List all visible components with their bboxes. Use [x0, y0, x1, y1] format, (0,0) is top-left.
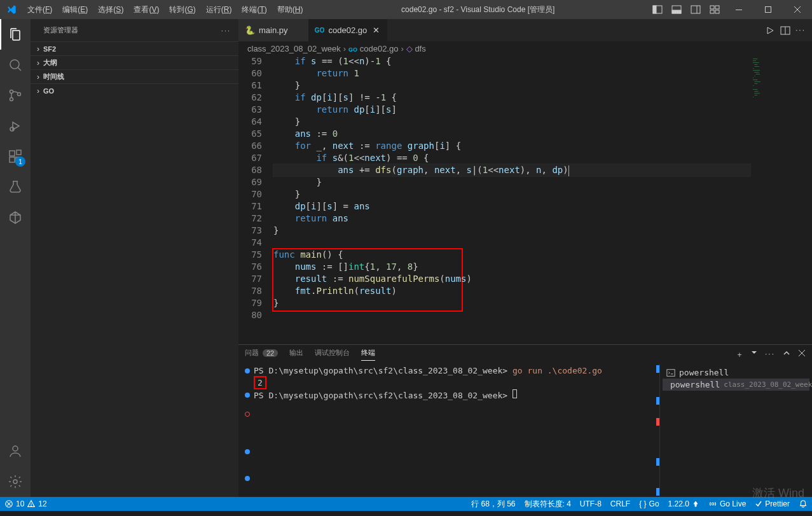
- code-line[interactable]: return ans: [273, 213, 750, 225]
- code-line[interactable]: }: [273, 297, 750, 309]
- code-line[interactable]: func main() {: [273, 249, 750, 261]
- terminal-dropdown-icon[interactable]: [751, 349, 757, 360]
- panel-tab[interactable]: 调试控制台: [315, 348, 350, 361]
- extensions-badge: 1: [15, 157, 25, 167]
- menu-item[interactable]: 运行(R): [201, 0, 237, 19]
- code-line[interactable]: if dp[i][s] != -1 {: [273, 92, 750, 104]
- status-cursor[interactable]: 行 68，列 56: [467, 497, 520, 511]
- run-icon[interactable]: [765, 25, 775, 36]
- code-line[interactable]: dp[i][s] = ans: [273, 200, 750, 213]
- code-line[interactable]: }: [273, 188, 750, 200]
- layout-customize-icon[interactable]: [705, 0, 724, 19]
- split-editor-icon[interactable]: [780, 25, 790, 36]
- menu-item[interactable]: 帮助(H): [272, 0, 308, 19]
- code-line[interactable]: [273, 237, 750, 249]
- minimize-button[interactable]: [724, 0, 754, 19]
- more-actions-icon[interactable]: ···: [795, 25, 806, 36]
- layout-bottom-icon[interactable]: [667, 0, 686, 19]
- new-terminal-icon[interactable]: ＋: [736, 349, 743, 360]
- editor-tab[interactable]: 🐍main.py: [238, 19, 308, 41]
- maximize-button[interactable]: [754, 0, 783, 19]
- panel-tab[interactable]: 终端: [361, 348, 375, 361]
- terminal-entry[interactable]: powershell: [663, 366, 809, 379]
- code-line[interactable]: }: [273, 116, 750, 128]
- code-line[interactable]: return dp[i][s]: [273, 104, 750, 116]
- close-button[interactable]: [783, 0, 812, 19]
- status-tabsize[interactable]: 制表符长度: 4: [520, 497, 575, 511]
- svg-rect-7: [715, 6, 719, 9]
- sidebar-more-icon[interactable]: ···: [221, 27, 231, 34]
- code-line[interactable]: nums := []int{1, 17, 8}: [273, 261, 750, 273]
- breadcrumb-item[interactable]: class_2023_08_02_week: [247, 44, 341, 53]
- menu-item[interactable]: 终端(T): [237, 0, 272, 19]
- status-encoding[interactable]: UTF-8: [575, 497, 606, 511]
- panel-tab[interactable]: 问题22: [245, 348, 278, 361]
- status-notifications-icon[interactable]: [794, 497, 812, 511]
- menu-item[interactable]: 编辑(E): [57, 0, 93, 19]
- layout-secondary-icon[interactable]: [686, 0, 705, 19]
- sidebar-title: 资源管理器: [43, 25, 78, 35]
- panel-up-icon[interactable]: [783, 349, 790, 360]
- tanzu-icon[interactable]: [0, 202, 31, 233]
- code-line[interactable]: }: [273, 225, 750, 237]
- statusbar: 10 12 行 68，列 56 制表符长度: 4 UTF-8 CRLF { } …: [0, 497, 812, 511]
- source-control-icon[interactable]: [0, 80, 31, 111]
- terminal-marker-icon: [245, 449, 250, 454]
- sidebar-section[interactable]: ›时间线: [31, 69, 238, 83]
- status-goversion[interactable]: 1.22.0: [664, 497, 704, 511]
- panel-close-icon[interactable]: [798, 349, 806, 360]
- code-line[interactable]: if s == (1<<n)-1 {: [273, 55, 750, 67]
- sidebar-section[interactable]: ›大纲: [31, 55, 238, 69]
- svg-rect-1: [653, 6, 656, 13]
- status-prettier[interactable]: Prettier: [750, 497, 794, 511]
- code-line[interactable]: [273, 309, 750, 321]
- settings-icon[interactable]: [0, 466, 31, 497]
- menu-item[interactable]: 选择(S): [93, 0, 128, 19]
- terminal-line: [245, 454, 647, 465]
- menu-item[interactable]: 文件(F): [22, 0, 57, 19]
- svg-point-36: [31, 506, 32, 506]
- svg-rect-8: [710, 10, 714, 13]
- status-golive[interactable]: Go Live: [704, 497, 750, 511]
- code-line[interactable]: ans += dfs(graph, next, s|(1<<next), n, …: [273, 164, 750, 176]
- code-line[interactable]: for _, next := range graph[i] {: [273, 140, 750, 152]
- svg-point-16: [10, 90, 13, 94]
- code-line[interactable]: return 1: [273, 67, 750, 80]
- extensions-icon[interactable]: 1: [0, 141, 31, 172]
- code-line[interactable]: }: [273, 176, 750, 188]
- search-icon[interactable]: [0, 50, 31, 80]
- terminal-line: PS D:\mysetup\gopath\src\sf2\class_2023_…: [245, 365, 647, 376]
- terminal-entry[interactable]: powershellclass_2023_08_02_week: [663, 379, 809, 391]
- titlebar: 文件(F)编辑(E)选择(S)查看(V)转到(G)运行(R)终端(T)帮助(H)…: [0, 0, 812, 19]
- status-lang[interactable]: { } Go: [635, 497, 663, 511]
- code-line[interactable]: }: [273, 80, 750, 92]
- breadcrumb-item[interactable]: GO code02.go: [348, 44, 398, 53]
- editor-tab[interactable]: GOcode02.go✕: [308, 19, 388, 41]
- breadcrumbs[interactable]: class_2023_08_02_week›GO code02.go›◇ dfs: [238, 41, 812, 55]
- menu-item[interactable]: 转到(G): [164, 0, 200, 19]
- sidebar-section[interactable]: ›GO: [31, 83, 238, 97]
- layout-primary-icon[interactable]: [648, 0, 667, 19]
- account-icon[interactable]: [0, 436, 31, 466]
- terminal-output[interactable]: PS D:\mysetup\gopath\src\sf2\class_2023_…: [238, 364, 653, 497]
- status-problems[interactable]: 10 12: [0, 497, 52, 511]
- explorer-icon[interactable]: [0, 19, 31, 50]
- sidebar-section[interactable]: ›SF2: [31, 41, 238, 55]
- svg-rect-20: [10, 151, 15, 156]
- code-line[interactable]: if s&(1<<next) == 0 {: [273, 152, 750, 164]
- close-icon[interactable]: ✕: [371, 25, 381, 36]
- editor-content[interactable]: 5960616263646566676869707172737475767778…: [238, 55, 812, 344]
- code-line[interactable]: result := numSquarefulPerms(nums): [273, 273, 750, 285]
- svg-rect-23: [17, 150, 21, 155]
- testing-icon[interactable]: [0, 172, 31, 202]
- menu-item[interactable]: 查看(V): [128, 0, 164, 19]
- run-debug-icon[interactable]: [0, 111, 31, 141]
- code-line[interactable]: ans := 0: [273, 128, 750, 140]
- code-line[interactable]: fmt.Println(result): [273, 285, 750, 297]
- svg-rect-4: [691, 6, 700, 13]
- more-terminal-icon[interactable]: ···: [765, 349, 775, 360]
- minimap[interactable]: ▬▬▬▬▬▬▬▬▬▬▬▬▬▬▬▬▬▬ ▬▬▬▬ ▬▬▬▬▬▬▬▬▬▬▬▬▬▬▬▬…: [750, 55, 812, 344]
- status-eol[interactable]: CRLF: [606, 497, 635, 511]
- breadcrumb-item[interactable]: ◇ dfs: [406, 44, 426, 53]
- panel-tab[interactable]: 输出: [289, 348, 303, 361]
